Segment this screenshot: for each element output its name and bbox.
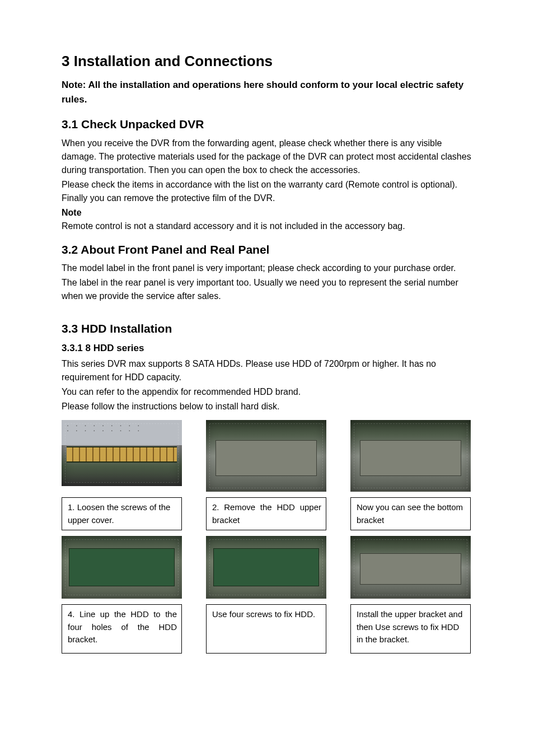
s33-para3: Please follow the instructions below to … bbox=[62, 400, 472, 413]
install-image-4 bbox=[62, 536, 182, 599]
s31-note-body: Remote control is not a standard accesso… bbox=[62, 220, 472, 233]
install-image-3 bbox=[350, 420, 471, 492]
caption-5: Use four screws to fix HDD. bbox=[206, 604, 326, 654]
s31-para2: Please check the items in accordance wit… bbox=[62, 178, 472, 205]
s33-para2: You can refer to the appendix for recomm… bbox=[62, 385, 472, 399]
caption-1: 1. Loosen the screws of the upper cover. bbox=[62, 497, 182, 530]
caption-3: Now you can see the bottom bracket bbox=[350, 497, 471, 530]
hdd-install-grid: • • • • • • • • •• • • • • • • • • 1. Lo… bbox=[62, 420, 472, 654]
section-3-1-heading: 3.1 Check Unpacked DVR bbox=[62, 115, 472, 133]
section-3-2-heading: 3.2 About Front Panel and Real Panel bbox=[62, 241, 472, 259]
page-title: 3 Installation and Connections bbox=[62, 50, 472, 72]
caption-4: 4. Line up the HDD to the four holes of … bbox=[62, 604, 182, 654]
install-image-2 bbox=[206, 420, 326, 492]
section-3-3-1-heading: 3.3.1 8 HDD series bbox=[62, 341, 472, 356]
install-image-5 bbox=[206, 536, 326, 599]
s33-para1: This series DVR max supports 8 SATA HDDs… bbox=[62, 357, 472, 384]
caption-2: 2. Remove the HDD upper bracket bbox=[206, 497, 326, 530]
install-image-6 bbox=[350, 536, 471, 599]
s31-note-label: Note bbox=[62, 206, 472, 220]
top-safety-note: Note: All the installation and operation… bbox=[62, 78, 472, 106]
s32-para1: The model label in the front panel is ve… bbox=[62, 262, 472, 275]
caption-6: Install the upper bracket and then Use s… bbox=[350, 604, 471, 654]
s31-para1: When you receive the DVR from the forwar… bbox=[62, 137, 472, 177]
s32-para2: The label in the rear panel is very impo… bbox=[62, 276, 472, 303]
install-image-1: • • • • • • • • •• • • • • • • • • bbox=[62, 420, 182, 486]
section-3-3-heading: 3.3 HDD Installation bbox=[62, 320, 472, 338]
